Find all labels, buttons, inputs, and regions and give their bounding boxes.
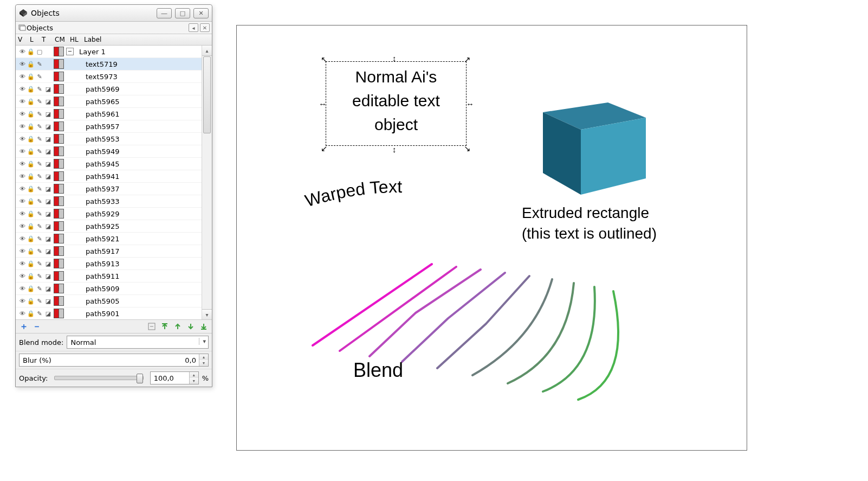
blur-spin-down[interactable]: ▾ (199, 360, 208, 366)
move-down-button[interactable] (186, 322, 196, 331)
scroll-thumb[interactable] (203, 56, 211, 133)
color-swatch[interactable] (54, 134, 59, 144)
layer-row[interactable]: 👁🔒▢−Layer 1 (16, 46, 202, 58)
type-icon[interactable]: ✎ (35, 60, 44, 68)
lock-icon[interactable]: 🔒 (27, 247, 35, 255)
lock-icon[interactable]: 🔒 (27, 97, 35, 106)
object-row[interactable]: 👁🔒✎◪path5945 (16, 158, 202, 170)
visibility-icon[interactable]: 👁 (18, 72, 27, 81)
opacity-knob[interactable] (137, 374, 143, 383)
type-icon[interactable]: ✎ (35, 309, 44, 318)
type-icon[interactable]: ✎ (35, 222, 44, 230)
object-row[interactable]: 👁🔒✎text5973 (16, 70, 202, 83)
clipmask-icon[interactable]: ◪ (44, 234, 53, 243)
opacity-slider[interactable] (54, 376, 143, 380)
move-top-button[interactable] (160, 322, 170, 331)
lock-icon[interactable]: 🔒 (27, 60, 35, 68)
blend-mode-select[interactable]: Normal (67, 336, 209, 349)
color-swatch[interactable] (59, 184, 64, 194)
color-swatch[interactable] (59, 221, 64, 231)
color-swatch[interactable] (59, 134, 64, 144)
blur-spin-up[interactable]: ▴ (199, 354, 208, 360)
lock-icon[interactable]: 🔒 (27, 147, 35, 156)
visibility-icon[interactable]: 👁 (18, 209, 27, 218)
remove-object-button[interactable]: － (32, 322, 42, 331)
color-swatch[interactable] (54, 271, 59, 281)
color-swatch[interactable] (54, 47, 59, 56)
visibility-icon[interactable]: 👁 (18, 259, 27, 268)
type-icon[interactable]: ✎ (35, 147, 44, 156)
object-row[interactable]: 👁🔒✎◪path5937 (16, 183, 202, 195)
object-row[interactable]: 👁🔒✎◪path5917 (16, 245, 202, 258)
move-bottom-button[interactable] (199, 322, 209, 331)
lock-icon[interactable]: 🔒 (27, 209, 35, 218)
visibility-icon[interactable]: 👁 (18, 85, 27, 93)
color-swatch[interactable] (59, 234, 64, 243)
color-swatch[interactable] (54, 209, 59, 219)
type-icon[interactable]: ✎ (35, 284, 44, 293)
clipmask-icon[interactable]: ◪ (44, 147, 53, 156)
type-icon[interactable]: ✎ (35, 122, 44, 131)
color-swatch[interactable] (54, 171, 59, 181)
type-icon[interactable]: ✎ (35, 72, 44, 81)
col-l[interactable]: L (28, 36, 40, 43)
col-v[interactable]: V (16, 36, 28, 43)
visibility-icon[interactable]: 👁 (18, 222, 27, 230)
lock-icon[interactable]: 🔒 (27, 234, 35, 243)
object-row[interactable]: 👁🔒✎text5719 (16, 58, 202, 70)
type-icon[interactable]: ▢ (35, 47, 44, 56)
object-row[interactable]: 👁🔒✎◪path5929 (16, 208, 202, 220)
scroll-up-button[interactable]: ▴ (202, 46, 212, 56)
clipmask-icon[interactable]: ◪ (44, 209, 53, 218)
color-swatch[interactable] (54, 309, 59, 318)
object-row[interactable]: 👁🔒✎◪path5905 (16, 295, 202, 307)
lock-icon[interactable]: 🔒 (27, 72, 35, 81)
col-hl[interactable]: HL (68, 36, 82, 43)
lock-icon[interactable]: 🔒 (27, 47, 35, 56)
lock-icon[interactable]: 🔒 (27, 110, 35, 118)
visibility-icon[interactable]: 👁 (18, 184, 27, 193)
color-swatch[interactable] (54, 234, 59, 243)
color-swatch[interactable] (59, 209, 64, 219)
lock-icon[interactable]: 🔒 (27, 85, 35, 93)
color-swatch[interactable] (59, 271, 64, 281)
text-object[interactable]: Normal Ai's editable text object (326, 65, 466, 137)
visibility-icon[interactable]: 👁 (18, 60, 27, 68)
type-icon[interactable]: ✎ (35, 247, 44, 255)
visibility-icon[interactable]: 👁 (18, 172, 27, 181)
lock-icon[interactable]: 🔒 (27, 122, 35, 131)
color-swatch[interactable] (59, 159, 64, 169)
color-swatch[interactable] (54, 121, 59, 131)
color-swatch[interactable] (59, 246, 64, 256)
col-label[interactable]: Label (82, 36, 101, 43)
lock-icon[interactable]: 🔒 (27, 184, 35, 193)
clipmask-icon[interactable]: ◪ (44, 172, 53, 181)
dock-header[interactable]: Objects ◂ ✕ (16, 22, 212, 34)
color-swatch[interactable] (59, 284, 64, 293)
dock-menu-button[interactable]: ◂ (189, 23, 198, 32)
object-row[interactable]: 👁🔒✎◪path5961 (16, 108, 202, 120)
type-icon[interactable]: ✎ (35, 159, 44, 168)
clipmask-icon[interactable]: ◪ (44, 309, 53, 318)
clipmask-icon[interactable]: ◪ (44, 97, 53, 106)
object-row[interactable]: 👁🔒✎◪path5941 (16, 170, 202, 183)
color-swatch[interactable] (54, 296, 59, 306)
opacity-spin-down[interactable]: ▾ (190, 378, 198, 384)
color-swatch[interactable] (59, 171, 64, 181)
opacity-spin-up[interactable]: ▴ (190, 372, 198, 378)
visibility-icon[interactable]: 👁 (18, 247, 27, 255)
color-swatch[interactable] (54, 97, 59, 106)
selection-handle-icon[interactable]: ↕ (392, 54, 400, 62)
color-swatch[interactable] (59, 109, 64, 119)
type-icon[interactable]: ✎ (35, 197, 44, 206)
selected-text-object[interactable]: Normal Ai's editable text object ↖ ↗ ↙ ↘… (326, 61, 467, 146)
color-swatch[interactable] (59, 59, 64, 69)
visibility-icon[interactable]: 👁 (18, 97, 27, 106)
visibility-icon[interactable]: 👁 (18, 297, 27, 305)
visibility-icon[interactable]: 👁 (18, 47, 27, 56)
object-row[interactable]: 👁🔒✎◪path5911 (16, 270, 202, 283)
lock-icon[interactable]: 🔒 (27, 159, 35, 168)
move-up-button[interactable] (173, 322, 183, 331)
object-row[interactable]: 👁🔒✎◪path5921 (16, 233, 202, 245)
selection-handle-icon[interactable]: ↙ (321, 144, 328, 152)
